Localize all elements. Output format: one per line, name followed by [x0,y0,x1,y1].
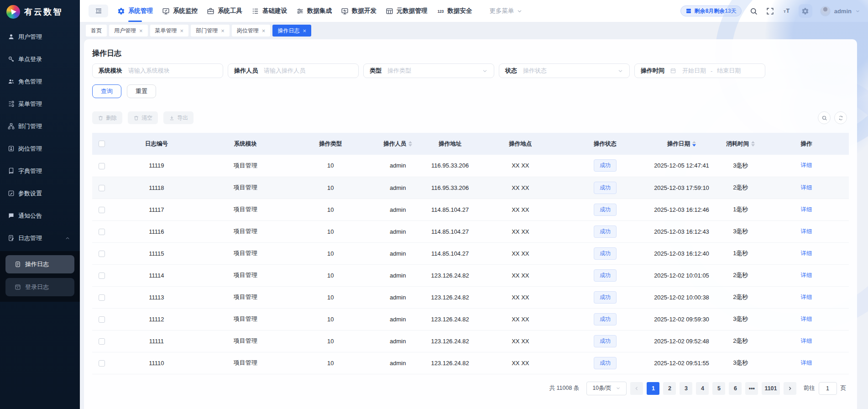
top-nav-4[interactable]: 基础建设 [247,0,292,22]
fullscreen-icon[interactable] [766,7,774,16]
sidebar-collapse-button[interactable] [89,5,108,17]
detail-link[interactable]: 详细 [801,162,812,168]
table-refresh-button[interactable] [834,111,847,124]
sort-icon[interactable] [751,141,755,147]
detail-link[interactable]: 详细 [801,272,812,278]
detail-link[interactable]: 详细 [801,184,812,191]
sidebar-item-2[interactable]: 单点登录 [0,48,80,70]
page-button-1[interactable]: 1 [647,382,659,395]
tab-5[interactable]: 岗位管理× [232,25,271,37]
sidebar-item-3[interactable]: 角色管理 [0,70,80,93]
top-nav-2[interactable]: 系统监控 [157,0,202,22]
query-button[interactable]: 查询 [92,84,121,98]
more-menu-button[interactable]: 更多菜单 [490,7,523,15]
close-icon[interactable]: × [262,28,266,34]
font-size-icon[interactable]: TT [782,7,791,16]
goto-page-input[interactable]: 1 [819,382,837,395]
top-nav-7[interactable]: 元数据管理 [381,0,432,22]
detail-link[interactable]: 详细 [801,338,812,344]
top-nav-5[interactable]: 数据集成 [292,0,336,22]
top-nav-6[interactable]: 数据开发 [336,0,381,22]
clear-button[interactable]: 清空 [128,111,158,124]
detail-link[interactable]: 详细 [801,228,812,235]
sidebar-item-5[interactable]: 部门管理 [0,115,80,137]
next-page-button[interactable] [784,382,796,395]
column-header-date[interactable]: 操作日期 [646,133,717,155]
sidebar-item-6[interactable]: 岗位管理 [0,137,80,160]
page-button-2[interactable]: 2 [663,382,676,395]
detail-link[interactable]: 详细 [801,206,812,213]
settings-button[interactable] [799,4,812,18]
row-checkbox[interactable] [99,229,105,235]
detail-link[interactable]: 详细 [801,294,812,300]
tab-4[interactable]: 部门管理× [191,25,230,37]
row-checkbox[interactable] [99,185,105,191]
top-nav-1[interactable]: 系统管理 [113,0,157,22]
tab-3[interactable]: 菜单管理× [150,25,189,37]
sidebar-item-9[interactable]: 通知公告 [0,204,80,227]
row-checkbox[interactable] [99,338,105,345]
sidebar-item-8[interactable]: 参数设置 [0,182,80,204]
detail-link[interactable]: 详细 [801,360,812,366]
svg-text:123: 123 [437,9,444,13]
row-checkbox[interactable] [99,207,105,213]
close-icon[interactable]: × [221,28,225,34]
page-button-1101[interactable]: 1101 [762,382,779,395]
gear-icon [117,7,125,15]
row-checkbox[interactable] [99,316,105,323]
sort-icon[interactable] [408,141,412,147]
sidebar-item-4[interactable]: 菜单管理 [0,93,80,115]
cell-id: 11115 [149,250,164,257]
top-nav-8[interactable]: 123数据安全 [432,0,477,22]
sidebar-subitem-1[interactable]: 操作日志 [5,255,74,273]
cell-id: 11116 [149,228,164,235]
row-checkbox[interactable] [99,273,105,279]
filter-select-4[interactable]: 状态操作状态 [499,63,630,78]
tab-2[interactable]: 用户管理× [109,25,148,37]
page-size-select[interactable]: 10条/页 [586,382,627,395]
column-header-cost[interactable]: 消耗时间 [717,133,764,155]
top-nav-3[interactable]: 系统工具 [202,0,247,22]
page-button-4[interactable]: 4 [696,382,709,395]
table-search-button[interactable] [818,111,831,124]
license-badge[interactable]: 剩余8月剩余13天 [680,5,742,16]
filter-select-3[interactable]: 类型操作类型 [363,63,494,78]
sidebar-item-1[interactable]: 用户管理 [0,26,80,48]
tab-1[interactable]: 首页 [86,25,107,37]
filter-input-2[interactable]: 操作人员请输入操作人员 [228,63,359,78]
user-menu[interactable]: admin [820,6,860,16]
page-button-3[interactable]: 3 [680,382,692,395]
search-icon[interactable] [749,7,758,16]
tab-6[interactable]: 操作日志× [272,25,311,37]
sidebar-subitem-2[interactable]: 登录日志 [5,278,74,296]
detail-link[interactable]: 详细 [801,316,812,322]
table-row-11115: 11115项目管理10admin114.85.104.27XX XX成功2025… [92,242,849,264]
sidebar-item-label: 部门管理 [18,122,42,131]
sort-icon[interactable] [692,141,696,147]
export-button[interactable]: 导出 [163,111,193,124]
sidebar-item-7[interactable]: 字典管理 [0,160,80,182]
row-checkbox[interactable] [99,360,105,367]
column-header-operator[interactable]: 操作人员 [372,133,424,155]
page-ellipsis[interactable]: ••• [745,382,758,395]
delete-button[interactable]: 删除 [92,111,122,124]
page-button-6[interactable]: 6 [729,382,742,395]
close-icon[interactable]: × [139,28,143,34]
more-menu-label: 更多菜单 [490,7,514,15]
page-button-5[interactable]: 5 [712,382,725,395]
date-start-placeholder[interactable]: 开始日期 [682,67,706,75]
row-checkbox[interactable] [99,163,105,169]
detail-link[interactable]: 详细 [801,250,812,257]
row-checkbox[interactable] [99,294,105,301]
prev-page-button[interactable] [630,382,643,395]
reset-button[interactable]: 重置 [127,84,156,98]
close-icon[interactable]: × [180,28,184,34]
sidebar-item-10[interactable]: 日志管理 [0,227,80,249]
filter-daterange-5[interactable]: 操作时间开始日期-结束日期 [634,63,765,78]
close-icon[interactable]: × [303,28,306,34]
filter-input-1[interactable]: 系统模块请输入系统模块 [92,63,223,78]
date-end-placeholder[interactable]: 结束日期 [717,67,741,75]
select-all-checkbox[interactable] [99,141,105,147]
dictionary-icon [8,168,15,174]
row-checkbox[interactable] [99,251,105,257]
